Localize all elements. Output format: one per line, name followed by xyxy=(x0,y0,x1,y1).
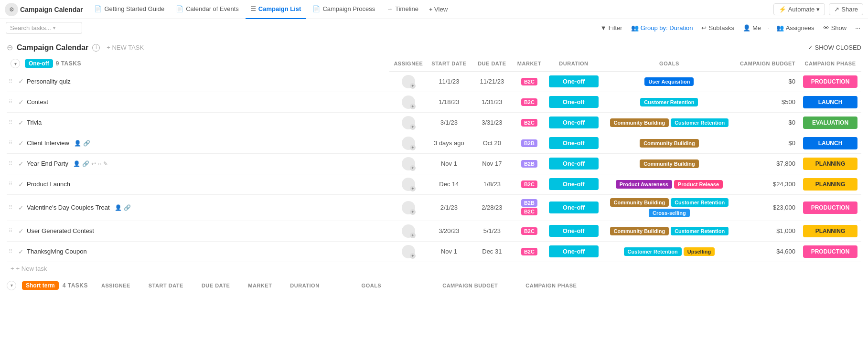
duration-badge[interactable]: One-off xyxy=(549,117,599,128)
more-options-button[interactable]: ··· xyxy=(853,23,862,32)
one-off-badge[interactable]: One-off xyxy=(25,59,53,68)
row-select[interactable]: ⠿ xyxy=(7,241,14,262)
task-name: Personality quiz xyxy=(27,78,71,85)
drag-handle: ⠿ xyxy=(9,78,12,84)
phase-badge[interactable]: PRODUCTION xyxy=(803,75,857,88)
row-select[interactable]: ⠿ xyxy=(7,174,14,194)
duration-badge[interactable]: One-off xyxy=(549,75,599,87)
phase-badge[interactable]: EVALUATION xyxy=(803,117,857,129)
group-expand-icon[interactable]: ▾ xyxy=(11,59,20,68)
automate-button[interactable]: ⚡ Automate ▾ xyxy=(773,3,825,15)
row-select[interactable]: ⠿ xyxy=(7,112,14,133)
assignee-avatar[interactable] xyxy=(402,178,415,191)
budget-cell: $4,600 xyxy=(736,241,799,262)
doc-icon-3: 📄 xyxy=(312,5,320,12)
market-cell: B2C xyxy=(514,241,545,262)
start-date-cell: 11/1/23 xyxy=(428,71,471,92)
phase-badge[interactable]: LAUNCH xyxy=(803,137,857,149)
drag-handle: ⠿ xyxy=(9,248,12,254)
new-task-footer-button[interactable]: + + New task xyxy=(11,265,857,272)
row-select[interactable]: ⠿ xyxy=(7,153,14,174)
short-term-expand-icon[interactable]: ▾ xyxy=(7,281,16,290)
assignee-avatar[interactable] xyxy=(402,116,415,129)
duration-badge[interactable]: One-off xyxy=(549,96,599,108)
check-icon[interactable]: ✓ xyxy=(18,180,24,188)
goal-badge: Community Building xyxy=(610,227,669,235)
tab-getting-started[interactable]: 📄 Getting Started Guide xyxy=(89,0,169,19)
goal-badge: User Acquisition xyxy=(644,77,694,86)
short-term-group-header: ▾ Short term 4 TASKS ASSIGNEE START DATE… xyxy=(7,281,861,290)
row-select[interactable]: ⠿ xyxy=(7,92,14,112)
duration-badge[interactable]: One-off xyxy=(549,202,599,213)
check-icon[interactable]: ✓ xyxy=(18,227,24,235)
due-date-cell: 3/31/23 xyxy=(471,112,514,133)
task-name: Year End Party xyxy=(27,160,68,167)
col-header-start-date: START DATE xyxy=(428,56,471,71)
duration-badge[interactable]: One-off xyxy=(549,245,599,257)
assignees-button[interactable]: 👥 Assignees xyxy=(774,23,816,32)
assignee-avatar[interactable] xyxy=(402,137,415,150)
assignee-avatar[interactable] xyxy=(402,201,415,214)
info-icon[interactable]: i xyxy=(92,44,100,52)
subtasks-button[interactable]: ↩ Subtasks xyxy=(699,23,736,32)
goal-badge: Community Building xyxy=(640,139,699,148)
duration-badge[interactable]: One-off xyxy=(549,178,599,190)
row-select[interactable]: ⠿ xyxy=(7,194,14,221)
show-closed-button[interactable]: ✓ SHOW CLOSED xyxy=(808,44,861,51)
duration-badge[interactable]: One-off xyxy=(549,225,599,237)
tab-campaign-list[interactable]: ☰ Campaign List xyxy=(246,0,306,19)
task-row: ⠿ ✓ Valentine's Day Couples Treat 👤🔗 2/1… xyxy=(7,194,861,221)
show-button[interactable]: 👁 Show xyxy=(821,23,849,32)
assignees-label: Assignees xyxy=(786,24,814,32)
phase-badge[interactable]: PRODUCTION xyxy=(803,202,857,214)
market-badge: B2C xyxy=(521,208,537,215)
assignee-avatar[interactable] xyxy=(402,245,415,258)
nav-right-actions: ⚡ Automate ▾ ↗ Share xyxy=(773,3,863,15)
top-navigation: ⚙ Campaign Calendar 📄 Getting Started Gu… xyxy=(0,0,868,19)
task-name: Thanksgiving Coupon xyxy=(27,248,87,255)
row-select[interactable]: ⠿ xyxy=(7,71,14,92)
tab-getting-started-label: Getting Started Guide xyxy=(104,5,164,12)
phase-cell: PRODUCTION xyxy=(799,194,861,221)
goals-container: Product AwarenessProduct Release xyxy=(606,180,732,189)
assignee-avatar[interactable] xyxy=(402,157,415,170)
assignee-avatar[interactable] xyxy=(402,75,415,88)
list-icon: ☰ xyxy=(250,5,256,12)
drag-handle: ⠿ xyxy=(9,228,12,233)
assignee-avatar[interactable] xyxy=(402,224,415,238)
short-term-col-market: MARKET xyxy=(248,283,272,288)
tab-timeline[interactable]: → Timeline xyxy=(382,0,423,19)
duration-badge[interactable]: One-off xyxy=(549,137,599,149)
tab-calendar-events[interactable]: 📄 Calendar of Events xyxy=(171,0,244,19)
phase-badge[interactable]: PLANNING xyxy=(803,225,857,237)
task-row: ⠿ ✓ Client Interview 👤🔗 3 days ago Oct 2… xyxy=(7,133,861,153)
phase-badge[interactable]: LAUNCH xyxy=(803,96,857,108)
check-icon[interactable]: ✓ xyxy=(18,160,24,168)
row-select[interactable]: ⠿ xyxy=(7,133,14,153)
task-row: ⠿ ✓ Year End Party 👤🔗↩○✎ Nov 1 Nov 17 B2… xyxy=(7,153,861,174)
check-icon[interactable]: ✓ xyxy=(18,98,24,106)
tab-campaign-process[interactable]: 📄 Campaign Process xyxy=(308,0,380,19)
check-icon[interactable]: ✓ xyxy=(18,139,24,147)
add-view-button[interactable]: + View xyxy=(425,4,451,15)
goals-container: Customer RetentionUpselling xyxy=(606,247,732,256)
check-icon[interactable]: ✓ xyxy=(18,119,24,127)
row-select[interactable]: ⠿ xyxy=(7,221,14,241)
duration-badge[interactable]: One-off xyxy=(549,158,599,170)
check-icon[interactable]: ✓ xyxy=(18,77,24,85)
section-collapse-icon[interactable]: ⊖ xyxy=(7,43,13,52)
phase-badge[interactable]: PLANNING xyxy=(803,158,857,170)
filter-button[interactable]: ▼ Filter xyxy=(599,23,624,32)
short-term-count: 4 TASKS xyxy=(63,282,88,289)
assignee-avatar[interactable] xyxy=(402,95,415,109)
check-icon[interactable]: ✓ xyxy=(18,248,24,255)
short-term-badge[interactable]: Short term xyxy=(22,281,59,290)
new-task-header-button[interactable]: + NEW TASK xyxy=(104,43,147,52)
search-tasks-input[interactable]: Search tasks... ▾ xyxy=(6,22,82,34)
phase-badge[interactable]: PLANNING xyxy=(803,178,857,191)
group-by-button[interactable]: 👥 Group by: Duration xyxy=(629,23,695,32)
me-button[interactable]: 👤 Me xyxy=(741,23,763,32)
check-icon[interactable]: ✓ xyxy=(18,204,24,212)
share-button[interactable]: ↗ Share xyxy=(829,3,863,15)
phase-badge[interactable]: PRODUCTION xyxy=(803,245,857,258)
